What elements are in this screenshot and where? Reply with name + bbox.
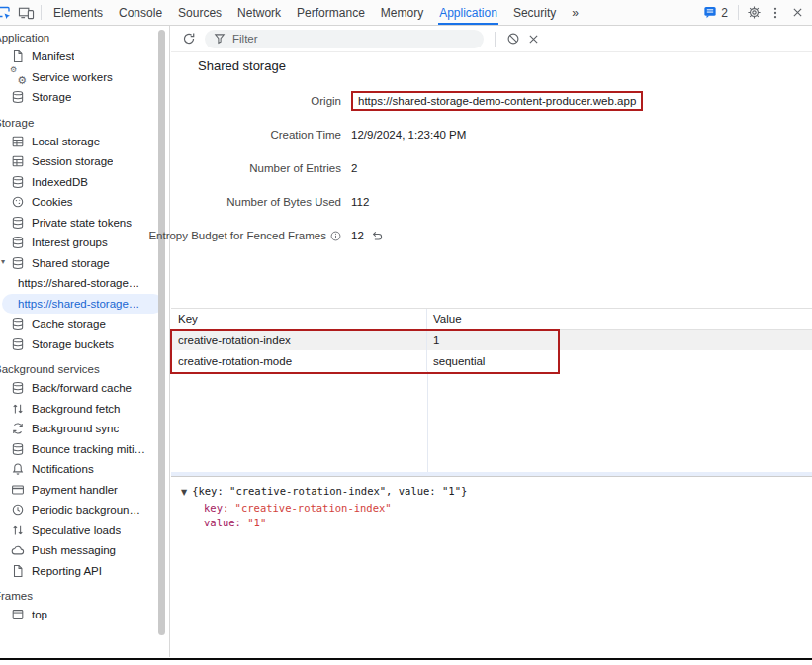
sidebar-item-label: Back/forward cache — [32, 382, 132, 394]
sidebar-item-reporting-api[interactable]: Reporting API — [0, 561, 169, 582]
sidebar-item-background-fetch[interactable]: Background fetch — [0, 399, 169, 420]
sidebar-item-notifications[interactable]: Notifications — [0, 459, 169, 480]
issues-button[interactable]: 2 — [697, 0, 734, 25]
sidebar-item-label: IndexedDB — [32, 176, 88, 188]
report-value-text: 2 — [351, 162, 357, 174]
tab-[interactable]: » — [564, 0, 586, 25]
refresh-icon[interactable] — [179, 29, 199, 48]
sidebar-item-back-forward-cache[interactable]: Back/forward cache — [0, 378, 169, 399]
sidebar-item-periodic-backgroun[interactable]: Periodic backgroun… — [0, 500, 169, 521]
database-icon — [10, 380, 26, 396]
reset-entropy-budget-button[interactable] — [371, 230, 383, 241]
sidebar-item-bounce-tracking-miti[interactable]: Bounce tracking miti… — [0, 439, 169, 460]
cloud-icon — [10, 542, 26, 558]
database-icon — [10, 255, 26, 271]
sidebar-item-https-shared-storage[interactable]: https://shared-storage… — [0, 273, 169, 294]
delete-selected-icon[interactable] — [523, 29, 543, 48]
report-label-text: Number of Bytes Used — [226, 196, 341, 208]
report-value: 12 — [351, 230, 383, 241]
section-title-frames: Frames — [0, 590, 163, 602]
sidebar-item-speculative-loads[interactable]: Speculative loads — [0, 521, 169, 541]
section-title-application: Application — [0, 32, 163, 44]
tab-security[interactable]: Security — [505, 0, 564, 25]
table-body: creative-rotation-index1creative-rotatio… — [171, 330, 812, 371]
sidebar-item-private-state-tokens[interactable]: Private state tokens — [0, 213, 169, 234]
tab-memory[interactable]: Memory — [373, 0, 431, 25]
sidebar-item-label: Service workers — [32, 71, 113, 83]
sidebar-scrollbar[interactable] — [158, 30, 165, 635]
sidebar-item-label: Notifications — [32, 463, 94, 475]
sidebar-item-storage[interactable]: Storage — [0, 87, 169, 108]
filter-input[interactable] — [230, 32, 475, 46]
sidebar-item-label: Payment handler — [32, 484, 118, 496]
inspect-element-icon[interactable] — [0, 0, 15, 25]
sidebar-item-local-storage[interactable]: Local storage — [0, 132, 169, 152]
report-label: Number of Entries — [171, 162, 341, 174]
table-row[interactable]: creative-rotation-modesequential — [171, 350, 812, 371]
arrows-icon — [10, 522, 26, 538]
sidebar-item-indexeddb[interactable]: IndexedDB — [0, 172, 169, 193]
settings-gear-icon[interactable] — [743, 0, 765, 25]
sidebar-item-cookies[interactable]: Cookies — [0, 192, 169, 213]
database-icon — [10, 235, 26, 250]
tab-application[interactable]: Application — [431, 0, 505, 25]
issues-icon — [703, 6, 717, 19]
database-icon — [10, 441, 26, 457]
window-bottom-edge — [0, 658, 812, 660]
sidebar-item-label: Push messaging — [32, 544, 116, 556]
tab-console[interactable]: Console — [111, 0, 170, 25]
report-row-number-of-bytes-used: Number of Bytes Used112 — [171, 190, 812, 214]
sidebar-item-label: Speculative loads — [32, 524, 121, 536]
sidebar-item-cache-storage[interactable]: Cache storage — [0, 314, 169, 334]
section-title-storage: Storage — [0, 117, 163, 129]
report-value-text: 112 — [351, 196, 369, 208]
clear-all-icon[interactable] — [503, 29, 523, 48]
preview-summary: {key: "creative-rotation-index", value: … — [192, 484, 467, 500]
doc-icon — [10, 563, 26, 579]
property-name: value: — [204, 517, 247, 528]
column-header-key[interactable]: Key — [171, 309, 427, 329]
tab-network[interactable]: Network — [229, 0, 289, 25]
kebab-menu-icon[interactable] — [765, 0, 786, 25]
sw-icon: ⚙⚙ — [10, 69, 26, 85]
tab-sources[interactable]: Sources — [170, 0, 229, 25]
report-label: Number of Bytes Used — [171, 196, 341, 208]
sidebar-item-label: Interest groups — [32, 237, 108, 248]
table-row[interactable]: creative-rotation-index1 — [171, 330, 812, 350]
tabbar-right-controls: 2 — [697, 0, 812, 25]
sidebar-item-label: https://shared-storage… — [18, 298, 139, 310]
sidebar-item-push-messaging[interactable]: Push messaging — [0, 540, 169, 561]
sidebar-item-shared-storage[interactable]: ▾Shared storage — [0, 253, 169, 274]
expand-arrow-icon[interactable]: ▾ — [1, 257, 9, 266]
disclosure-triangle-icon[interactable]: ▼ — [181, 485, 187, 501]
cell-value: sequential — [427, 350, 812, 371]
database-icon — [10, 316, 26, 332]
sidebar-tree: ApplicationManifest⚙⚙Service workersStor… — [0, 32, 169, 625]
report-value: 112 — [351, 196, 369, 208]
device-toolbar-icon[interactable] — [15, 0, 37, 25]
column-header-value[interactable]: Value — [427, 309, 812, 329]
sidebar-item-session-storage[interactable]: Session storage — [0, 151, 169, 172]
sidebar-item-service-workers[interactable]: ⚙⚙Service workers — [0, 67, 169, 88]
sidebar-item-label: Periodic backgroun… — [32, 504, 140, 516]
doc-icon — [10, 48, 26, 64]
sidebar-item-label: Bounce tracking miti… — [32, 443, 145, 455]
sidebar-item-background-sync[interactable]: Background sync — [0, 419, 169, 439]
report-row-number-of-entries: Number of Entries2 — [171, 156, 812, 180]
sidebar-item-https-shared-storage[interactable]: https://shared-storage… — [2, 294, 163, 315]
tab-elements[interactable]: Elements — [45, 0, 111, 25]
close-devtools-icon[interactable] — [786, 0, 808, 25]
sidebar-item-storage-buckets[interactable]: Storage buckets — [0, 334, 169, 355]
sidebar-item-interest-groups[interactable]: Interest groups — [0, 233, 169, 253]
divider — [738, 5, 739, 20]
sidebar-item-top[interactable]: top — [0, 605, 169, 625]
tab-performance[interactable]: Performance — [289, 0, 373, 25]
sidebar-item-payment-handler[interactable]: Payment handler — [0, 480, 169, 501]
sidebar-item-label: Cache storage — [32, 318, 106, 330]
shared-storage-panel: Shared storage Originhttps://shared-stor… — [171, 26, 812, 657]
sidebar-item-label: top — [32, 609, 47, 620]
database-icon — [10, 215, 26, 231]
sidebar-item-manifest[interactable]: Manifest — [0, 47, 169, 67]
page-title: Shared storage — [198, 58, 286, 73]
sync-icon — [10, 421, 26, 436]
